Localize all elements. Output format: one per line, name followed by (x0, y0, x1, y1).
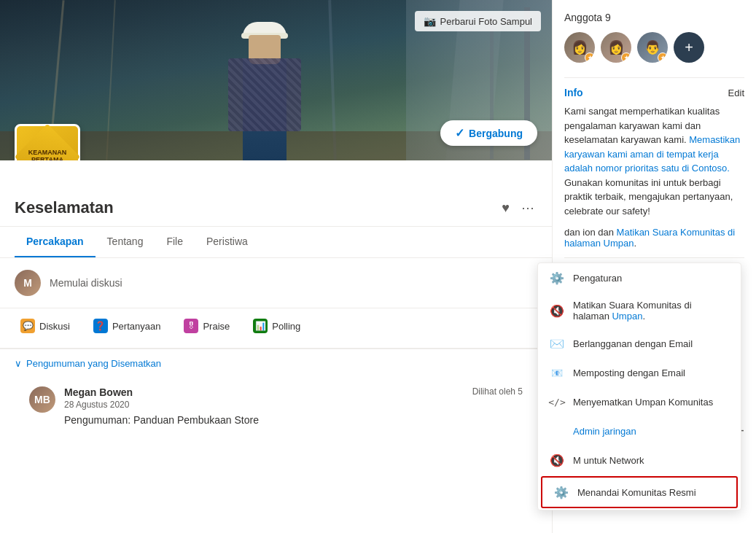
group-info-bar: Keselamatan ♥ ⋯ (0, 160, 552, 227)
menu-pengaturan-label: Pengaturan (573, 273, 622, 284)
menu-berlangganan[interactable]: ✉️ Berlangganan dengan Email (538, 329, 741, 358)
update-cover-button[interactable]: 📷 Perbarui Foto Sampul (415, 11, 541, 31)
pertanyaan-button[interactable]: ❓ Pertanyaan (87, 316, 167, 336)
menu-admin-label: Admin jaringan (573, 426, 636, 437)
diskusi-button[interactable]: 💬 Diskusi (15, 316, 76, 336)
polling-button[interactable]: 📊 Polling (247, 316, 306, 336)
cover-photo: KEAMANAN PERTAMA 📷 Perbarui Foto Sampul … (0, 0, 552, 160)
join-label: Bergabung (469, 128, 523, 139)
menu-admin-jaringan[interactable]: Admin jaringan (538, 416, 741, 446)
member-avatar-2[interactable]: 👩 ★ (601, 32, 631, 63)
admin-icon (550, 424, 564, 438)
group-name: Keselamatan (15, 198, 114, 217)
praise-button[interactable]: 🎖 Praise (178, 316, 235, 336)
m-icon: 🔇 (550, 453, 564, 467)
divider-2 (564, 257, 744, 258)
compose-placeholder[interactable]: Memulai diskusi (50, 277, 122, 289)
member-avatar-3[interactable]: 👨 ★ (637, 32, 668, 63)
add-member-button[interactable]: + (674, 32, 704, 63)
official-icon: ⚙️ (554, 485, 569, 499)
heart-button[interactable]: ♥ (499, 198, 513, 219)
member-avatar-1[interactable]: 👩 ★ (564, 32, 595, 63)
post-item: MB Megan Bowen 28 Agustus 2020 Dilihat o… (15, 378, 537, 435)
pertanyaan-icon: ❓ (93, 319, 108, 333)
pinned-header[interactable]: ∨ Pengumuman yang Disematkan (15, 358, 537, 369)
check-icon: ✓ (455, 126, 464, 140)
info-header: Info Edit (564, 87, 744, 98)
menu-menandai[interactable]: ⚙️ Menandai Komunitas Resmi (541, 476, 738, 508)
members-avatars: 👩 ★ 👩 ★ 👨 ★ + (564, 32, 744, 63)
dropdown-menu: ⚙️ Pengaturan 🔇 Matikan Suara Komunitas … (537, 262, 741, 510)
more-options-button[interactable]: ⋯ (518, 197, 537, 219)
menu-m-untuk[interactable]: 🔇 M untuk Network (538, 446, 741, 475)
menu-matikan-suara[interactable]: 🔇 Matikan Suara Komunitas di halaman Ump… (538, 292, 741, 329)
info-text: Kami sangat memperhatikan kualitas penga… (564, 104, 744, 218)
menu-menyematkan-label: Menyematkan Umpan Komunitas (573, 397, 713, 408)
post-author-name: Megan Bowen (64, 386, 133, 398)
email-icon: ✉️ (550, 336, 564, 351)
group-actions: ♥ ⋯ (499, 197, 537, 219)
settings-icon: ⚙️ (550, 271, 564, 285)
menu-memposting-label: Memposting dengan Email (573, 367, 685, 378)
post-email-icon: 📧 (550, 365, 564, 380)
menu-menandai-label: Menandai Komunitas Resmi (577, 487, 696, 498)
post-types-bar: 💬 Diskusi ❓ Pertanyaan 🎖 Praise 📊 (0, 308, 552, 349)
members-section: Anggota 9 👩 ★ 👩 ★ 👨 ★ + (564, 12, 744, 63)
praise-label: Praise (203, 321, 230, 332)
post-views: Dilihat oleh 5 (472, 386, 523, 397)
group-logo-area: KEAMANAN PERTAMA (15, 124, 80, 160)
camera-icon: 📷 (424, 15, 436, 27)
members-title: Anggota 9 (564, 12, 744, 23)
mute-icon: 🔇 (550, 303, 564, 318)
post-content: Megan Bowen 28 Agustus 2020 Dilihat oleh… (64, 386, 523, 426)
post-date: 28 Agustus 2020 (64, 400, 133, 410)
info-title: Info (564, 87, 583, 98)
compose-area: M Memulai diskusi (0, 258, 552, 308)
tabs-bar: Percakapan Tentang File Peristiwa (0, 227, 552, 258)
menu-matikan-label: Matikan Suara Komunitas di halaman Umpan… (573, 300, 729, 322)
divider-1 (564, 77, 744, 78)
update-cover-label: Perbarui Foto Sampul (440, 16, 532, 27)
post-title: Pengumuman: Panduan Pembukaan Store (64, 414, 523, 426)
praise-icon: 🎖 (184, 319, 198, 333)
menu-m-label: M untuk Network (573, 455, 644, 466)
pertanyaan-label: Pertanyaan (112, 321, 161, 332)
post-author-avatar: MB (29, 386, 55, 413)
group-logo: KEAMANAN PERTAMA (15, 124, 80, 160)
embed-icon: </> (550, 394, 564, 409)
sidebar-sub-text: dan ion dan Matikan Suara Komunitas di h… (564, 227, 744, 249)
menu-berlangganan-label: Berlangganan dengan Email (573, 338, 693, 349)
menu-pengaturan[interactable]: ⚙️ Pengaturan (538, 263, 741, 292)
menu-menyematkan[interactable]: </> Menyematkan Umpan Komunitas (538, 387, 741, 416)
tab-tentang[interactable]: Tentang (96, 227, 155, 257)
join-button[interactable]: ✓ Bergabung (440, 120, 537, 146)
user-avatar: M (15, 270, 41, 296)
polling-icon: 📊 (253, 319, 268, 333)
menu-memposting[interactable]: 📧 Memposting dengan Email (538, 358, 741, 387)
chevron-down-icon: ∨ (15, 358, 22, 369)
diskusi-icon: 💬 (20, 319, 35, 333)
tab-file[interactable]: File (155, 227, 195, 257)
tab-peristiwa[interactable]: Peristiwa (195, 227, 260, 257)
diskusi-label: Diskusi (39, 321, 70, 332)
logo-line2: PERTAMA (28, 157, 67, 160)
info-section: Info Edit Kami sangat memperhatikan kual… (564, 87, 744, 218)
tab-percakapan[interactable]: Percakapan (15, 227, 96, 257)
pinned-section: ∨ Pengumuman yang Disematkan MB Megan Bo… (0, 349, 552, 443)
edit-link[interactable]: Edit (728, 87, 744, 98)
polling-label: Polling (272, 321, 300, 332)
pinned-label: Pengumuman yang Disematkan (26, 358, 161, 369)
